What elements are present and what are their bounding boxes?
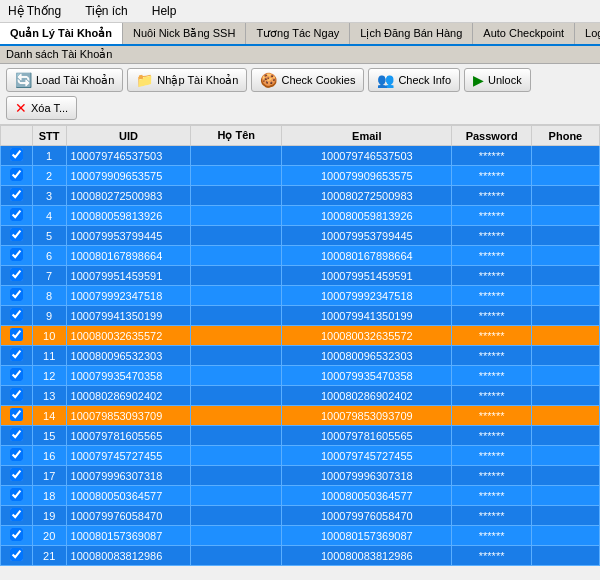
check-info-button[interactable]: 👥 Check Info (368, 68, 460, 92)
row-checkbox-cell[interactable] (1, 526, 33, 546)
table-row: 2 100079909653575 100079909653575 ****** (1, 166, 600, 186)
row-phone (531, 246, 599, 266)
row-checkbox-cell[interactable] (1, 446, 33, 466)
row-checkbox[interactable] (10, 468, 23, 481)
row-checkbox-cell[interactable] (1, 166, 33, 186)
menu-tien-ich[interactable]: Tiện ích (81, 2, 132, 20)
row-stt: 14 (32, 406, 66, 426)
row-uid: 100079951459591 (66, 266, 191, 286)
row-checkbox[interactable] (10, 548, 23, 561)
row-stt: 12 (32, 366, 66, 386)
row-checkbox-cell[interactable] (1, 206, 33, 226)
row-email: 100079853093709 (282, 406, 452, 426)
row-checkbox-cell[interactable] (1, 146, 33, 166)
tab-tuong-tac-ngay[interactable]: Tương Tác Ngay (246, 23, 350, 44)
row-checkbox[interactable] (10, 288, 23, 301)
row-checkbox-cell[interactable] (1, 506, 33, 526)
row-checkbox[interactable] (10, 268, 23, 281)
row-checkbox-cell[interactable] (1, 286, 33, 306)
row-checkbox-cell[interactable] (1, 306, 33, 326)
tab-auto-checkpoint[interactable]: Auto Checkpoint (473, 23, 575, 44)
row-checkbox[interactable] (10, 328, 23, 341)
row-password: ****** (452, 466, 531, 486)
row-checkbox-cell[interactable] (1, 246, 33, 266)
row-checkbox-cell[interactable] (1, 346, 33, 366)
tab-nuoi-nick[interactable]: Nuôi Nick Bằng SSH (123, 23, 246, 44)
row-checkbox-cell[interactable] (1, 226, 33, 246)
table-row: 11 100080096532303 100080096532303 *****… (1, 346, 600, 366)
row-checkbox[interactable] (10, 348, 23, 361)
xoa-label: Xóa T... (31, 102, 68, 114)
row-ho-ten (191, 326, 282, 346)
menu-help[interactable]: Help (148, 2, 181, 20)
row-password: ****** (452, 486, 531, 506)
row-checkbox-cell[interactable] (1, 186, 33, 206)
row-checkbox[interactable] (10, 508, 23, 521)
row-checkbox[interactable] (10, 428, 23, 441)
row-phone (531, 466, 599, 486)
header-stt: STT (32, 126, 66, 146)
row-checkbox-cell[interactable] (1, 426, 33, 446)
row-uid: 100079996307318 (66, 466, 191, 486)
row-checkbox-cell[interactable] (1, 406, 33, 426)
row-password: ****** (452, 326, 531, 346)
row-password: ****** (452, 226, 531, 246)
row-checkbox-cell[interactable] (1, 386, 33, 406)
row-password: ****** (452, 306, 531, 326)
row-checkbox-cell[interactable] (1, 486, 33, 506)
row-checkbox[interactable] (10, 168, 23, 181)
row-email: 100079781605565 (282, 426, 452, 446)
table-row: 6 100080167898664 100080167898664 ****** (1, 246, 600, 266)
row-phone (531, 426, 599, 446)
row-checkbox-cell[interactable] (1, 466, 33, 486)
row-stt: 8 (32, 286, 66, 306)
row-stt: 16 (32, 446, 66, 466)
row-phone (531, 166, 599, 186)
row-phone (531, 446, 599, 466)
row-checkbox-cell[interactable] (1, 326, 33, 346)
row-checkbox[interactable] (10, 388, 23, 401)
tab-logs[interactable]: Logs (575, 23, 600, 44)
load-tai-khoan-button[interactable]: 🔄 Load Tài Khoản (6, 68, 123, 92)
table-row: 14 100079853093709 100079853093709 *****… (1, 406, 600, 426)
row-ho-ten (191, 286, 282, 306)
row-email: 100079992347518 (282, 286, 452, 306)
header-password: Password (452, 126, 531, 146)
info-label: Check Info (398, 74, 451, 86)
tab-lich-dang-ban-hang[interactable]: Lịch Đăng Bán Hàng (350, 23, 473, 44)
nhap-tai-khoan-button[interactable]: 📁 Nhập Tài Khoản (127, 68, 247, 92)
unlock-button[interactable]: ▶ Unlock (464, 68, 531, 92)
row-checkbox-cell[interactable] (1, 266, 33, 286)
row-checkbox-cell[interactable] (1, 366, 33, 386)
row-phone (531, 486, 599, 506)
row-email: 100080083812986 (282, 546, 452, 566)
row-checkbox[interactable] (10, 148, 23, 161)
row-checkbox[interactable] (10, 408, 23, 421)
menu-he-thong[interactable]: Hệ Thống (4, 2, 65, 20)
row-stt: 15 (32, 426, 66, 446)
xoa-button[interactable]: ✕ Xóa T... (6, 96, 77, 120)
row-checkbox[interactable] (10, 248, 23, 261)
row-ho-ten (191, 206, 282, 226)
header-phone: Phone (531, 126, 599, 146)
row-phone (531, 366, 599, 386)
row-ho-ten (191, 226, 282, 246)
table-row: 15 100079781605565 100079781605565 *****… (1, 426, 600, 446)
row-checkbox[interactable] (10, 368, 23, 381)
row-email: 100079745727455 (282, 446, 452, 466)
row-checkbox[interactable] (10, 308, 23, 321)
row-checkbox-cell[interactable] (1, 546, 33, 566)
check-cookies-button[interactable]: 🍪 Check Cookies (251, 68, 364, 92)
row-phone (531, 406, 599, 426)
row-checkbox[interactable] (10, 448, 23, 461)
row-email: 100080272500983 (282, 186, 452, 206)
row-checkbox[interactable] (10, 188, 23, 201)
row-checkbox[interactable] (10, 528, 23, 541)
row-checkbox[interactable] (10, 228, 23, 241)
row-checkbox[interactable] (10, 488, 23, 501)
row-password: ****** (452, 426, 531, 446)
row-email: 100079941350199 (282, 306, 452, 326)
account-table-container: STT UID Họ Tên Email Password Phone 1 10… (0, 125, 600, 580)
row-checkbox[interactable] (10, 208, 23, 221)
tab-quan-ly-tai-khoan[interactable]: Quản Lý Tài Khoản (0, 23, 123, 46)
